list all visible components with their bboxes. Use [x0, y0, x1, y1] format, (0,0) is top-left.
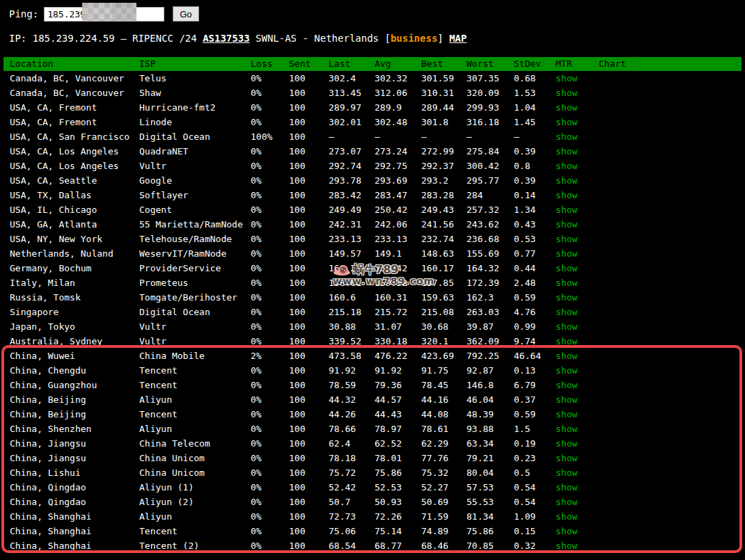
- table-row: China, Shenzhen Aliyun 0% 100 78.66 78.9…: [3, 422, 742, 436]
- loss-cell: 0%: [251, 290, 289, 305]
- mtr-show-link[interactable]: show: [556, 453, 577, 463]
- mtr-show-link[interactable]: show: [556, 424, 577, 434]
- mtr-show-link[interactable]: show: [556, 336, 577, 346]
- mtr-show-link[interactable]: show: [556, 482, 577, 493]
- avg-cell: 44.57: [375, 392, 421, 407]
- isp-cell: 55 Marietta/RamNode: [139, 217, 251, 232]
- mtr-show-link[interactable]: show: [556, 511, 577, 522]
- mtr-show-link[interactable]: show: [556, 219, 577, 230]
- location-cell: China, Beijing: [10, 407, 139, 422]
- watermark-url: www.wn789.com: [333, 275, 434, 287]
- best-cell: 91.75: [421, 363, 466, 378]
- mtr-show-link[interactable]: show: [556, 365, 577, 376]
- mtr-show-link[interactable]: show: [556, 146, 577, 157]
- worst-cell: 164.32: [466, 261, 514, 275]
- worst-cell: 81.34: [466, 509, 514, 524]
- mtr-show-link[interactable]: show: [556, 321, 577, 332]
- header-last: Last: [329, 57, 375, 71]
- mtr-show-link[interactable]: show: [556, 131, 577, 142]
- stdev-cell: 0.39: [514, 173, 556, 188]
- table-row: Australia, Sydney Vultr 0% 100 339.52 33…: [3, 334, 742, 349]
- mtr-show-link[interactable]: show: [556, 117, 577, 127]
- loss-cell: 0%: [251, 378, 289, 392]
- isp-cell: Aliyun: [139, 509, 251, 524]
- mtr-show-link[interactable]: show: [556, 175, 577, 186]
- isp-cell: Tencent: [139, 407, 251, 422]
- mtr-show-link[interactable]: show: [556, 263, 577, 273]
- table-row: Russia, Tomsk Tomgate/Berihoster 0% 100 …: [3, 290, 742, 305]
- worst-cell: 162.3: [466, 290, 514, 305]
- asn-link[interactable]: AS137533: [203, 33, 249, 44]
- mtr-show-link[interactable]: show: [556, 248, 577, 259]
- location-cell: USA, CA, Los Angeles: [10, 159, 139, 173]
- mtr-show-link[interactable]: show: [556, 292, 577, 303]
- avg-cell: 78.97: [375, 422, 421, 436]
- table-row: USA, GA, Atlanta 55 Marietta/RamNode 0% …: [3, 217, 742, 232]
- location-cell: China, Qingdao: [10, 480, 139, 495]
- stdev-cell: 0.8: [514, 159, 556, 173]
- table-row: USA, CA, Fremont Linode 0% 100 302.01 30…: [3, 115, 742, 129]
- mtr-show-link[interactable]: show: [556, 205, 577, 215]
- location-cell: China, Chengdu: [10, 363, 139, 378]
- mtr-show-link[interactable]: show: [556, 307, 577, 317]
- isp-cell: Aliyun (1): [139, 480, 251, 495]
- last-cell: 44.32: [329, 392, 375, 407]
- mtr-show-link[interactable]: show: [556, 526, 577, 536]
- sent-cell: 100: [289, 538, 329, 553]
- map-link[interactable]: MAP: [449, 33, 466, 44]
- best-cell: 78.61: [421, 422, 466, 436]
- location-cell: Canada, BC, Vancouver: [10, 71, 139, 86]
- sent-cell: 100: [289, 509, 329, 524]
- loss-cell: 0%: [251, 159, 289, 173]
- best-cell: 78.45: [421, 378, 466, 392]
- sent-cell: 100: [289, 86, 329, 100]
- sent-cell: 100: [289, 495, 329, 509]
- mtr-show-link[interactable]: show: [556, 234, 577, 244]
- location-cell: Japan, Tokyo: [10, 319, 139, 334]
- mtr-show-link[interactable]: show: [556, 497, 577, 507]
- mtr-show-link[interactable]: show: [556, 394, 577, 405]
- mtr-show-link[interactable]: show: [556, 467, 577, 478]
- worst-cell: 263.03: [466, 305, 514, 319]
- sent-cell: 100: [289, 144, 329, 159]
- go-button[interactable]: Go: [173, 6, 198, 22]
- mtr-show-link[interactable]: show: [556, 190, 577, 200]
- last-cell: 293.78: [329, 173, 375, 188]
- mtr-show-link[interactable]: show: [556, 278, 577, 288]
- avg-cell: 79.36: [375, 378, 421, 392]
- stdev-cell: 2.48: [514, 275, 556, 290]
- mtr-show-link[interactable]: show: [556, 73, 577, 83]
- best-cell: 292.37: [421, 159, 466, 173]
- isp-cell: Digital Ocean: [139, 129, 251, 144]
- isp-cell: Prometeus: [139, 275, 251, 290]
- table-row: China, Qingdao Aliyun (2) 0% 100 50.7 50…: [3, 495, 742, 509]
- sent-cell: 100: [289, 319, 329, 334]
- avg-cell: 292.75: [375, 159, 421, 173]
- worst-cell: 295.77: [466, 173, 514, 188]
- isp-cell: Tencent: [139, 378, 251, 392]
- last-cell: –: [329, 129, 375, 144]
- mtr-show-link[interactable]: show: [556, 438, 577, 449]
- loss-cell: 2%: [251, 349, 289, 363]
- mtr-show-link[interactable]: show: [556, 541, 577, 551]
- best-cell: 310.31: [421, 86, 466, 100]
- snail-icon: [333, 264, 351, 275]
- loss-cell: 100%: [251, 129, 289, 144]
- mtr-show-link[interactable]: show: [556, 161, 577, 171]
- mtr-show-link[interactable]: show: [556, 102, 577, 113]
- stdev-cell: 1.09: [514, 509, 556, 524]
- isp-cell: Tencent: [139, 524, 251, 538]
- best-cell: 289.44: [421, 100, 466, 115]
- table-body: Canada, BC, Vancouver Telus 0% 100 302.4…: [3, 71, 742, 553]
- censor-mosaic: [82, 3, 136, 21]
- mtr-show-link[interactable]: show: [556, 351, 577, 361]
- best-cell: –: [421, 129, 466, 144]
- avg-cell: 233.13: [375, 232, 421, 246]
- mtr-show-link[interactable]: show: [556, 88, 577, 98]
- isp-cell: China Unicom: [139, 451, 251, 465]
- mtr-show-link[interactable]: show: [556, 380, 577, 390]
- loss-cell: 0%: [251, 451, 289, 465]
- sent-cell: 100: [289, 202, 329, 217]
- sent-cell: 100: [289, 480, 329, 495]
- mtr-show-link[interactable]: show: [556, 409, 577, 419]
